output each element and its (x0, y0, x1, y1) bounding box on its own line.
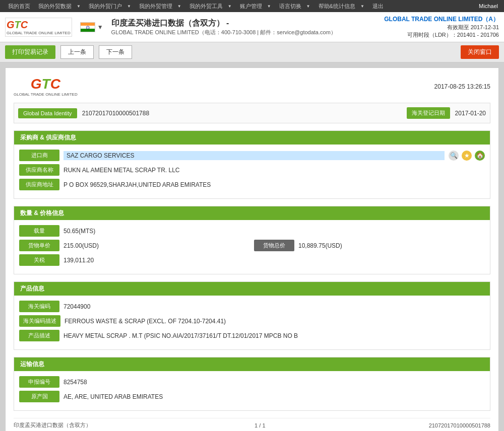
header-bar: G T C GLOBAL TRADE ONLINE LIMITED ▼ 印度孟买… (0, 12, 504, 42)
quantity-row: 载量 50.65(MTS) (19, 225, 485, 237)
global-data-id-label: Global Data Identity (18, 108, 77, 118)
nav-foreign-portal[interactable]: 我的外贸门户 ▼ (85, 3, 135, 10)
hs-desc-row: 海关编码描述 FERROUS WASTE & SCRAP (EXCL. OF 7… (19, 315, 485, 327)
ldr-text: 可用时段（LDR）：201401 - 201706 (384, 31, 499, 39)
origin-value: AE, ARE, UNITED ARAB EMIRATES (64, 393, 485, 400)
declaration-row: 申报编号 8254758 (19, 376, 485, 388)
hs-code-value: 72044900 (64, 303, 485, 310)
prev-button[interactable]: 上一条 (60, 45, 94, 59)
nav-logout[interactable]: 退出 (368, 3, 388, 10)
record-footer: 印度孟买港进口数据（含双方） 1 / 1 2107201701000050178… (14, 418, 490, 431)
logo-area: G T C GLOBAL TRADE ONLINE LIMITED ▼ 印度孟买… (5, 18, 336, 37)
print-button[interactable]: 打印贸易记录 (5, 45, 55, 59)
supplier-address-value: P O BOX 96529,SHARJAH,UNITED ARAB EMIRAT… (64, 181, 485, 188)
hs-code-label: 海关编码 (19, 301, 59, 312)
identity-row: Global Data Identity 2107201701000050178… (14, 103, 490, 123)
quantity-price-title: 数量 & 价格信息 (14, 206, 490, 220)
home-icon[interactable]: 🏠 (475, 151, 485, 161)
title-info: 印度孟买港进口数据（含双方） - GLOBAL TRADE ONLINE LIM… (111, 18, 336, 36)
supplier-name-label: 供应商名称 (19, 164, 59, 176)
importer-row: 进口商 SAZ CARGO SERVICES 🔍 ★ 🏠 (19, 150, 485, 161)
origin-label: 原产国 (19, 391, 59, 402)
logo-icon-c: C (21, 19, 28, 31)
record-header: G T C GLOBAL TRADE ONLINE LIMITED 2017-0… (14, 76, 490, 97)
quantity-price-body: 载量 50.65(MTS) 货物单价 215.00(USD) 货物总价 10,8… (14, 220, 490, 274)
supplier-name-row: 供应商名称 RUKN AL AMEEN METAL SCRAP TR. LLC (19, 164, 485, 176)
top-toolbar: 打印贸易记录 上一条 下一条 关闭窗口 (0, 42, 504, 62)
importer-icons: 🔍 ★ 🏠 (449, 151, 485, 161)
chevron-down-icon: ▼ (226, 4, 234, 9)
unit-price-value: 215.00(USD) (64, 242, 250, 249)
hs-code-row: 海关编码 72044900 (19, 301, 485, 312)
product-body: 海关编码 72044900 海关编码描述 FERROUS WASTE & SCR… (14, 296, 490, 349)
nav-foreign-tools[interactable]: 我的外贸工具 ▼ (185, 3, 236, 10)
tariff-label: 关税 (19, 254, 59, 266)
nav-help[interactable]: 帮助&统计信息 ▼ (314, 3, 368, 10)
logo-box: G T C GLOBAL TRADE ONLINE LIMITED (5, 18, 72, 37)
flag-dropdown[interactable]: ▼ (97, 24, 103, 31)
record-datetime: 2017-08-25 13:26:15 (434, 83, 490, 90)
product-desc-label: 产品描述 (19, 330, 59, 341)
record-logo: G T C GLOBAL TRADE ONLINE LIMITED (14, 76, 78, 97)
product-desc-value: HEAVY METAL SCRAP . M.T (PSIC NO.AIA/201… (64, 332, 485, 339)
validity-text: 有效期至 2017-12-31 (384, 24, 499, 31)
price-row: 货物单价 215.00(USD) 货物总价 10,889.75(USD) (19, 240, 485, 251)
total-price-label: 货物总价 (254, 240, 294, 251)
logo-icon: G (7, 19, 15, 31)
nav-home[interactable]: 我的首页 (4, 3, 34, 10)
chevron-down-icon: ▼ (304, 4, 312, 9)
tariff-value: 139,011.20 (64, 257, 485, 264)
quantity-price-section: 数量 & 价格信息 载量 50.65(MTS) 货物单价 215.00(USD)… (14, 206, 490, 274)
header-right: GLOBAL TRADE ONLINE LIMITED（A） 有效期至 2017… (384, 15, 499, 39)
declaration-label: 申报编号 (19, 376, 59, 388)
tariff-row: 关税 139,011.20 (19, 254, 485, 266)
supplier-address-label: 供应商地址 (19, 179, 59, 190)
transport-title: 运输信息 (14, 357, 490, 371)
nav-foreign-data[interactable]: 我的外贸数据 ▼ (34, 3, 85, 10)
buyer-supplier-body: 进口商 SAZ CARGO SERVICES 🔍 ★ 🏠 供应商名称 RUKN … (14, 145, 490, 198)
hs-desc-value: FERROUS WASTE & SCRAP (EXCL. OF 7204.10-… (65, 318, 485, 325)
quantity-label: 载量 (19, 225, 59, 237)
footer-left: 印度孟买港进口数据（含双方） (14, 421, 91, 429)
product-desc-row: 产品描述 HEAVY METAL SCRAP . M.T (PSIC NO.AI… (19, 330, 485, 341)
record-logo-g: G (31, 76, 42, 92)
chevron-down-icon: ▼ (265, 4, 273, 9)
chevron-down-icon: ▼ (125, 4, 133, 9)
unit-price-label: 货物单价 (19, 240, 59, 251)
supplier-address-row: 供应商地址 P O BOX 96529,SHARJAH,UNITED ARAB … (19, 179, 485, 190)
next-button[interactable]: 下一条 (99, 45, 132, 59)
close-button[interactable]: 关闭窗口 (461, 45, 499, 59)
buyer-supplier-section: 采购商 & 供应商信息 进口商 SAZ CARGO SERVICES 🔍 ★ 🏠… (14, 130, 490, 199)
importer-value: SAZ CARGO SERVICES (64, 151, 445, 160)
flag-area: ▼ (80, 22, 103, 32)
hs-desc-label: 海关编码描述 (19, 315, 60, 327)
search-icon[interactable]: 🔍 (449, 151, 459, 161)
record-logo-c: C (50, 76, 60, 92)
product-section: 产品信息 海关编码 72044900 海关编码描述 FERROUS WASTE … (14, 281, 490, 350)
star-icon[interactable]: ★ (462, 151, 472, 161)
declaration-value: 8254758 (64, 379, 485, 386)
nav-language[interactable]: 语言切换 ▼ (275, 3, 314, 10)
top-nav: 我的首页 我的外贸数据 ▼ 我的外贸门户 ▼ 我的外贸管理 ▼ 我的外贸工具 ▼… (0, 0, 504, 12)
transport-body: 申报编号 8254758 原产国 AE, ARE, UNITED ARAB EM… (14, 371, 490, 410)
global-data-id-value: 21072017010000501788 (82, 110, 402, 117)
india-flag (80, 22, 95, 32)
footer-right: 21072017010000501788 (429, 422, 490, 428)
nav-account[interactable]: 账户管理 ▼ (236, 3, 275, 10)
main-content: G T C GLOBAL TRADE ONLINE LIMITED 2017-0… (5, 67, 499, 431)
supplier-name-value: RUKN AL AMEEN METAL SCRAP TR. LLC (64, 167, 485, 174)
origin-row: 原产国 AE, ARE, UNITED ARAB EMIRATES (19, 391, 485, 402)
nav-foreign-manage[interactable]: 我的外贸管理 ▼ (135, 3, 185, 10)
record-logo-sub: GLOBAL TRADE ONLINE LIMITED (14, 92, 78, 97)
page-subtitle: GLOBAL TRADE ONLINE LIMITED（电话：400-710-3… (111, 29, 336, 36)
total-price-value: 10,889.75(USD) (298, 242, 485, 249)
customs-date-value: 2017-01-20 (455, 110, 486, 117)
chevron-down-icon: ▼ (358, 4, 366, 9)
company-name: GLOBAL TRADE ONLINE LIMITED（A） (384, 15, 499, 24)
customs-date-label: 海关登记日期 (407, 107, 450, 119)
product-title: 产品信息 (14, 282, 490, 296)
quantity-value: 50.65(MTS) (64, 228, 485, 235)
chevron-down-icon: ▼ (175, 4, 183, 9)
page-title: 印度孟买港进口数据（含双方） - (111, 18, 336, 29)
logo-subtitle: GLOBAL TRADE ONLINE LIMITED (7, 31, 71, 35)
